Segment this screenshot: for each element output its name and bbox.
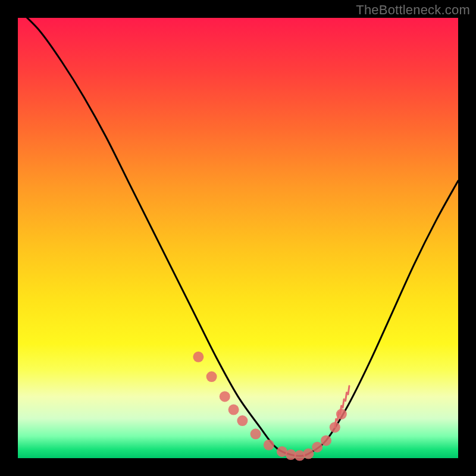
plot-area — [18, 18, 458, 458]
watermark-text: TheBottleneck.com — [356, 2, 470, 18]
marker-dot — [237, 415, 248, 426]
marker-dot — [321, 435, 331, 446]
marker-dot — [330, 422, 340, 433]
bottleneck-curve — [18, 9, 458, 456]
curve-markers — [193, 352, 347, 461]
marker-dot — [220, 391, 230, 402]
marker-dot — [336, 409, 347, 419]
marker-dot — [228, 405, 239, 415]
tick-mark — [348, 386, 349, 394]
tick-mark — [346, 393, 347, 401]
marker-dot — [303, 449, 314, 459]
chart-frame: TheBottleneck.com — [0, 0, 476, 476]
marker-dot — [295, 450, 305, 461]
marker-dot — [250, 428, 261, 439]
marker-dot — [264, 440, 274, 450]
marker-dot — [312, 442, 322, 453]
marker-dot — [206, 371, 217, 382]
chart-svg — [18, 18, 458, 458]
tick-mark — [343, 399, 344, 408]
marker-dot — [193, 352, 203, 362]
